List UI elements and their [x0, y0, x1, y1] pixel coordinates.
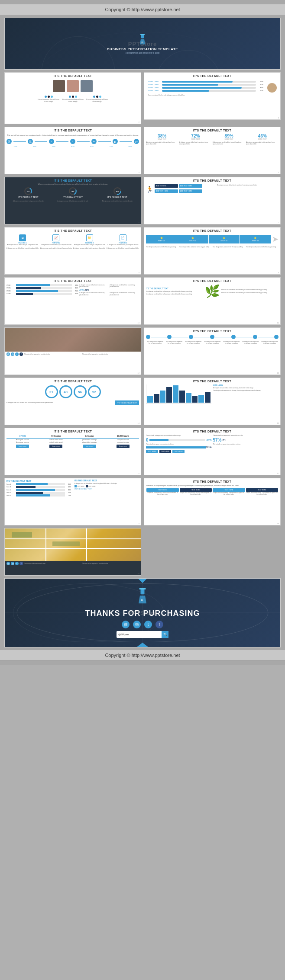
cell-1-3: placeholder in design	[74, 439, 106, 441]
slide-16-title: IT'S THE DEFAULT TEXT	[5, 428, 141, 434]
donut-1: 28%	[24, 187, 32, 195]
slide-8-title: IT'S THE DEFAULT TEXT	[5, 227, 141, 233]
feature-full-desc-4: A designer can use default text to avoid…	[107, 247, 139, 249]
social-twitter	[51, 96, 53, 98]
progress-bar-bg-4	[162, 90, 256, 92]
feature-descs: A designer can use default text to avoid…	[5, 247, 141, 250]
hbar-val-1: 60%	[73, 285, 78, 286]
step-box-3: ⭐ STEP 03	[209, 235, 240, 243]
progress-row-1: SOME LABEL 75%	[148, 80, 263, 83]
rbar-3: Item C 80%	[6, 489, 71, 491]
lorem-tag-4: TEXT HERE People find it most willing. T…	[246, 488, 279, 496]
stat-label-1: SOME TEXT	[146, 138, 178, 140]
steps-desc-3: Your design studio, awesome for the way …	[213, 246, 245, 248]
rbar-val-2: 40%	[66, 486, 71, 488]
slide-num-11: 11	[277, 322, 279, 324]
timeline-line-1	[151, 337, 167, 337]
pct-4: 60%	[71, 145, 74, 147]
map-bg	[5, 528, 141, 561]
timeline-dot-2	[167, 335, 172, 339]
steps-desc-1: Your design studio, awesome for the way …	[146, 246, 178, 248]
connector-1	[13, 141, 26, 142]
slide-stats4: IT'S THE DEFAULT TEXT 38% SOME TEXT 72% …	[144, 127, 281, 174]
feature-1: 🖥 FEATURE 1 A designer can use default t…	[6, 234, 39, 246]
bar-chart-container	[146, 384, 211, 404]
lorem-tag-text-3: People find it most willing. This next w…	[213, 492, 245, 496]
stat-num-1: 38%	[146, 134, 178, 138]
slide-timeline: IT'S THE DEFAULT TEXT Your design studio…	[144, 327, 281, 375]
slide-num-16: 16	[138, 472, 139, 474]
rbar-val-3: 80%	[66, 489, 71, 491]
tree-right: It results can use default text software…	[221, 289, 279, 293]
slide-social: IT'S THE DEFAULT TEXT This text will not…	[4, 127, 141, 174]
big-num-text: A designer can use default text to avoid…	[6, 402, 114, 404]
datatable-content: 17,500 773 name 12 name 18,500 num A des…	[5, 434, 141, 449]
mixed-fill-2	[146, 446, 206, 448]
mixed-right-desc: This text will not appear in a consisten…	[213, 443, 279, 445]
team-photo-1	[53, 80, 65, 92]
bar-8	[192, 396, 198, 403]
stat-desc-3: A designer can use default text to avoid…	[213, 142, 245, 145]
cell-1-4: complete the sale	[107, 439, 139, 441]
progress-description: Have you enjoyed this free tool. A desig…	[146, 94, 266, 96]
feature-desc-2: A designer can use default text you comp…	[40, 244, 72, 246]
hbar-right-text-3: A designer can use default text to avoid…	[79, 292, 109, 295]
svg-point-2	[32, 32, 253, 70]
social-icons-row: 微 微 t f in ▶ g+	[5, 138, 141, 145]
stat-desc-1: A designer can use default text to avoid…	[146, 142, 178, 145]
photo-social-2: 微	[11, 352, 14, 356]
mixed-stat-row-2: 101%	[146, 446, 212, 448]
rbar-track-4	[16, 492, 65, 494]
runner-desc: A designer can use default text to avoid…	[217, 184, 279, 186]
slide-num-13: 13	[277, 372, 279, 374]
pct-circle-2: 39% IT'S DEFAULT TEXT	[63, 187, 83, 199]
barchart-num-2: Your design studio awesome for the way	[237, 390, 261, 391]
map-social-3: t	[15, 562, 19, 565]
runner-step-1: ADD TESTING	[155, 184, 178, 188]
progress-label-1: SOME LABEL	[148, 80, 161, 83]
pct-2: 40%	[33, 145, 36, 147]
slide-7-title: IT'S THE DEFAULT TEXT	[144, 177, 280, 183]
slide-num-8: 8	[139, 272, 139, 274]
stat-label-4: SOME TEXT	[246, 138, 279, 140]
pct-7: 80%	[128, 145, 132, 147]
big-num-2: 43	[59, 385, 72, 398]
slide-dark-pct: IT'S THE DEFAULT TEXT Whenever questions…	[4, 177, 141, 224]
progress-bar-bg-3	[162, 87, 256, 89]
mixed-pct-1b: 34%	[206, 439, 211, 441]
mixed-track-2	[146, 446, 205, 448]
col-header-2: 773 name	[40, 435, 72, 437]
rbar-5: Item E 70%	[6, 494, 71, 496]
map-social-4: f	[19, 562, 23, 565]
rbar-val-5: 70%	[66, 495, 71, 496]
pct-circle-3: 48% IT'S DEFAULT TEXT	[107, 187, 127, 199]
slide-datatable: IT'S THE DEFAULT TEXT 17,500 773 name 12…	[4, 428, 141, 475]
bar-1	[147, 396, 153, 403]
slide-14-title: IT'S THE DEFAULT TEXT	[5, 378, 141, 384]
hbars-right-cta: ITS THE DEFAULT TEXT	[74, 488, 139, 490]
feature-icon-3: 📁	[86, 234, 93, 241]
progress-bar-bg-2	[162, 84, 256, 86]
slide-num-4: 4	[139, 171, 139, 173]
rbar-4: Item D 55%	[6, 492, 71, 494]
tree-left: ITS THE DEFAULT TEXT It results can use …	[146, 288, 204, 295]
tree-left-text-2: It results can use default text software…	[146, 293, 204, 295]
mixed-right-stat: 57% 21	[213, 438, 279, 442]
pct-6: 70%	[109, 145, 113, 147]
slide-num-20: 20	[138, 573, 139, 575]
slide-big-numbers: IT'S THE DEFAULT TEXT 21 43 56 92 A desi…	[4, 378, 141, 425]
map-road-h2	[5, 548, 141, 549]
map-social: 微 微 t f	[6, 562, 23, 565]
thanks-world-map	[5, 579, 280, 647]
datatable-buttons: Learn more Learn more Learn more Learn m…	[6, 444, 139, 448]
lorem-tags: TEXT HERE People find it most willing. T…	[146, 488, 278, 496]
timeline-line-5	[236, 337, 252, 337]
legend-color-2	[86, 485, 88, 487]
runner-step-2: ADD TEXT HERE	[179, 184, 202, 188]
barchart-text: A designer can use default text to avoid…	[213, 387, 279, 389]
mixed-tag-3: TEXT HERE	[172, 450, 185, 453]
slide-17-title: IT'S THE DEFAULT TEXT	[144, 428, 280, 434]
rbar-track-3	[16, 489, 65, 491]
stat-3: 89% SOME TEXT	[213, 134, 245, 140]
lorem-section: Maecenas in volutpat magna. Aliquam curs…	[144, 484, 280, 498]
